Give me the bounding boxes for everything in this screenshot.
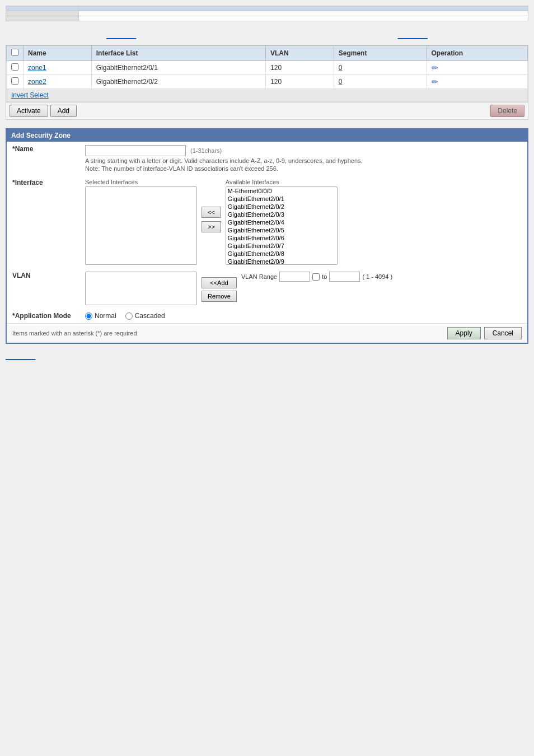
row2-segment-link[interactable]: 0	[339, 78, 343, 86]
select-all-checkbox[interactable]	[11, 49, 18, 56]
vlan-range-to-label: to	[322, 273, 327, 280]
cascaded-radio[interactable]	[125, 312, 133, 320]
name-input[interactable]	[85, 145, 186, 156]
activate-button[interactable]: Activate	[10, 105, 48, 117]
available-interfaces-label: Available Interfaces	[226, 179, 338, 185]
iface-option-2[interactable]: GigabitEthernet2/0/2	[226, 203, 337, 211]
selected-interfaces-list[interactable]	[85, 186, 197, 265]
invert-select-link[interactable]: Invert Select	[11, 91, 49, 99]
interface-row-tr: *Interface Selected Interfaces << >> Ava…	[7, 175, 527, 268]
table-row: zone1 GigabitEthernet2/0/1 120 0 ✏	[7, 61, 528, 75]
invert-select-row: Invert Select	[7, 89, 528, 102]
top-table-row2-value	[79, 16, 528, 21]
zone1-link[interactable]: zone1	[28, 64, 46, 72]
zone-table-header-name: Name	[24, 46, 92, 61]
action-bar: Activate Add Delete	[6, 102, 528, 119]
row2-vlan: 120	[266, 75, 334, 89]
vlan-range-label: VLAN Range	[241, 273, 277, 280]
row1-edit-icon[interactable]: ✏	[432, 63, 438, 72]
vlan-dual-list: <<Add Remove VLAN Range to ( 1 - 4094 )	[85, 272, 522, 305]
move-left-button[interactable]: <<	[202, 207, 221, 218]
vlan-row-tr: VLAN <<Add Remove VLAN Range to	[7, 268, 527, 309]
iface-option-4[interactable]: GigabitEthernet2/0/4	[226, 218, 337, 226]
cancel-button[interactable]: Cancel	[484, 327, 522, 339]
action-bar-left: Activate Add	[10, 105, 77, 117]
form-footer: Items marked with an asterisk (*) are re…	[7, 323, 527, 343]
vlan-range-area: VLAN Range to ( 1 - 4094 )	[241, 272, 392, 282]
top-table-header-col2	[79, 6, 528, 11]
vlan-add-button[interactable]: <<Add	[202, 277, 237, 288]
iface-option-8[interactable]: GigabitEthernet2/0/8	[226, 250, 337, 258]
zone-table-header-checkbox	[7, 46, 24, 61]
right-link[interactable]: ________	[398, 31, 428, 39]
apply-button[interactable]: Apply	[447, 327, 481, 339]
name-chars-hint: (1-31chars)	[190, 147, 222, 154]
bottom-link[interactable]: ________	[6, 352, 35, 360]
iface-option-7[interactable]: GigabitEthernet2/0/7	[226, 242, 337, 250]
iface-option-6[interactable]: GigabitEthernet2/0/6	[226, 234, 337, 242]
row2-edit-icon[interactable]: ✏	[432, 77, 438, 86]
zone-table-header-operation: Operation	[427, 46, 528, 61]
iface-option-5[interactable]: GigabitEthernet2/0/5	[226, 226, 337, 234]
add-zone-form-table: *Name (1-31chars) A string starting with…	[7, 142, 527, 323]
vlan-list[interactable]	[85, 272, 197, 305]
vlan-remove-button[interactable]: Remove	[202, 291, 237, 302]
vlan-input-cell: <<Add Remove VLAN Range to ( 1 - 4094 )	[79, 268, 527, 309]
row2-segment: 0	[334, 75, 427, 89]
zone-section: Name Interface List VLAN Segment Operati…	[6, 45, 528, 120]
normal-radio[interactable]	[85, 312, 92, 320]
interface-input-cell: Selected Interfaces << >> Available Inte…	[79, 175, 527, 268]
iface-option-3[interactable]: GigabitEthernet2/0/3	[226, 211, 337, 218]
name-description2: Note: The number of interface-VLAN ID as…	[85, 165, 522, 172]
left-link[interactable]: ________	[106, 31, 136, 39]
name-description: A string starting with a letter or digit…	[85, 157, 522, 164]
top-table-row1-value	[79, 11, 528, 16]
app-mode-row-tr: *Application Mode Normal Cascaded	[7, 309, 527, 323]
iface-option-1[interactable]: GigabitEthernet2/0/1	[226, 195, 337, 203]
normal-label: Normal	[95, 312, 116, 320]
zone-table-header-interface: Interface List	[91, 46, 265, 61]
app-mode-row: Normal Cascaded	[85, 312, 522, 320]
row1-checkbox-cell	[7, 61, 24, 75]
vlan-range-row: VLAN Range to ( 1 - 4094 )	[241, 272, 392, 282]
vlan-range-to-input[interactable]	[329, 272, 360, 282]
row2-checkbox-cell	[7, 75, 24, 89]
delete-button[interactable]: Delete	[490, 105, 524, 117]
name-input-cell: (1-31chars) A string starting with a let…	[79, 142, 527, 175]
app-mode-input-cell: Normal Cascaded	[79, 309, 527, 323]
row1-segment: 0	[334, 61, 427, 75]
form-footer-buttons: Apply Cancel	[447, 327, 522, 339]
add-button[interactable]: Add	[50, 105, 77, 117]
row1-segment-link[interactable]: 0	[339, 64, 343, 72]
cascaded-radio-label[interactable]: Cascaded	[125, 312, 165, 320]
normal-radio-label[interactable]: Normal	[85, 312, 116, 320]
app-mode-label: *Application Mode	[7, 309, 79, 323]
name-label: *Name	[7, 142, 79, 175]
row1-checkbox[interactable]	[11, 63, 18, 71]
top-table	[6, 6, 528, 21]
zone2-link[interactable]: zone2	[28, 78, 46, 86]
zone-table-header-segment: Segment	[334, 46, 427, 61]
vlan-range-to-checkbox[interactable]	[312, 273, 320, 281]
required-note: Items marked with an asterisk (*) are re…	[12, 330, 137, 337]
cascaded-label: Cascaded	[135, 312, 165, 320]
available-interfaces-list[interactable]: M-Ethernet0/0/0 GigabitEthernet2/0/1 Gig…	[226, 186, 338, 265]
top-table-header-col1	[6, 6, 79, 11]
row1-name: zone1	[24, 61, 92, 75]
row2-name: zone2	[24, 75, 92, 89]
vlan-range-from[interactable]	[279, 272, 310, 282]
row1-vlan: 120	[266, 61, 334, 75]
row2-checkbox[interactable]	[11, 77, 18, 85]
add-zone-box: Add Security Zone *Name (1-31chars) A st…	[6, 128, 528, 344]
invert-select-cell: Invert Select	[7, 89, 528, 102]
iface-option-0[interactable]: M-Ethernet0/0/0	[226, 187, 337, 195]
iface-option-9[interactable]: GigabitEthernet2/0/9	[226, 258, 337, 265]
zone-table-header-vlan: VLAN	[266, 46, 334, 61]
top-table-row2-label	[6, 16, 79, 21]
interface-arrows: << >>	[202, 207, 221, 232]
interface-label: *Interface	[7, 175, 79, 268]
row2-interface: GigabitEthernet2/0/2	[91, 75, 265, 89]
link-area: ________ ________	[6, 31, 528, 39]
move-right-button[interactable]: >>	[202, 221, 221, 232]
selected-interfaces-label: Selected Interfaces	[85, 179, 197, 185]
